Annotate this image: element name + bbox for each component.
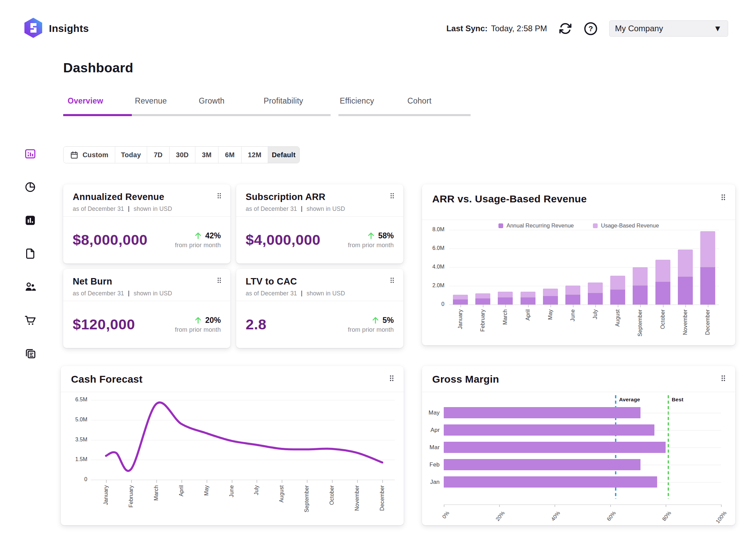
refresh-button[interactable]	[559, 22, 572, 35]
brand: Insights	[24, 17, 89, 40]
x-axis-label: 0%	[441, 510, 450, 519]
drag-handle-icon[interactable]	[389, 375, 394, 383]
bar-february[interactable]	[475, 230, 490, 305]
bar-april[interactable]	[521, 230, 535, 305]
tab-underline-track[interactable]	[338, 114, 471, 116]
range-button-3m[interactable]: 3M	[195, 147, 218, 163]
kpi-value: $8,000,000	[73, 232, 147, 248]
sidebar-item-cart[interactable]	[24, 314, 37, 327]
range-button-default[interactable]: Default	[268, 147, 299, 163]
tab-profitability[interactable]: Profitability	[264, 96, 303, 106]
x-axis-label: 60%	[605, 510, 617, 522]
kpi-subtitle: as of December 31shown in USD	[73, 205, 172, 213]
bar-segment-usage	[610, 276, 625, 290]
divider	[422, 220, 735, 220]
sidebar-item-document[interactable]	[24, 248, 37, 261]
bar-apr[interactable]	[444, 424, 654, 436]
app-logo-icon	[24, 17, 43, 40]
kpi-delta: 20%from prior month	[175, 316, 221, 333]
x-tick	[721, 505, 722, 507]
legend-swatch	[593, 223, 598, 228]
x-axis-label: September	[637, 309, 643, 336]
kpi-subtitle-date: as of December 31	[73, 205, 124, 213]
tab-underline-track[interactable]	[132, 114, 331, 116]
dashboard-icon	[24, 148, 36, 161]
subtitle-separator	[301, 206, 302, 212]
sidebar-item-dashboard[interactable]	[24, 148, 37, 161]
x-axis-label: February	[480, 309, 486, 332]
category-label: Mar	[422, 444, 440, 451]
chart-title: ARR vs. Usage-Based Revenue	[432, 193, 587, 205]
x-axis-label: December	[379, 485, 385, 511]
range-button-today[interactable]: Today	[115, 147, 147, 163]
sidebar-item-pie-chart[interactable]	[24, 181, 37, 194]
chart-title: Cash Forecast	[71, 373, 143, 385]
kpi-delta-note: from prior month	[348, 326, 394, 333]
bar-november[interactable]	[678, 230, 693, 305]
bar-january[interactable]	[453, 230, 468, 305]
tab-overview[interactable]: Overview	[68, 96, 103, 106]
drag-handle-icon[interactable]	[217, 193, 222, 200]
kpi-body: $4,000,00058%from prior month	[246, 216, 394, 263]
drag-handle-icon[interactable]	[217, 277, 222, 285]
bar-segment-arr	[453, 299, 468, 305]
help-button[interactable]: ?	[584, 22, 598, 36]
range-button-custom[interactable]: Custom	[64, 147, 115, 163]
x-axis-label: March	[502, 309, 508, 325]
kpi-delta-percent: 42%	[205, 231, 221, 240]
bar-may[interactable]	[444, 407, 640, 418]
y-axis-label: 8.0M	[422, 226, 444, 233]
drag-handle-icon[interactable]	[721, 375, 726, 383]
bar-october[interactable]	[655, 230, 670, 305]
bar-july[interactable]	[588, 230, 603, 305]
svg-text:?: ?	[588, 24, 593, 33]
help-icon: ?	[584, 22, 598, 36]
tab-cohort[interactable]: Cohort	[407, 96, 432, 106]
tab-growth[interactable]: Growth	[199, 96, 225, 106]
insights-app: Insights Last Sync:Today, 2:58 PM ? My C…	[0, 0, 756, 548]
sidebar-item-report[interactable]	[24, 348, 37, 361]
bar-march[interactable]	[498, 230, 513, 305]
sidebar-item-users[interactable]	[24, 281, 37, 294]
reference-line-label: Average	[619, 397, 640, 403]
bar-segment-arr	[700, 267, 715, 305]
drag-handle-icon[interactable]	[390, 193, 394, 200]
kpi-value: 2.8	[246, 316, 266, 333]
category-label: Apr	[422, 427, 440, 434]
drag-handle-icon[interactable]	[721, 194, 726, 202]
y-axis-label: 0	[422, 301, 444, 307]
bar-may[interactable]	[543, 230, 558, 305]
company-selector[interactable]: My Company ▼	[609, 20, 728, 37]
kpi-body: 2.85%from prior month	[246, 301, 394, 348]
bar-chart-icon	[24, 214, 36, 228]
range-button-6m[interactable]: 6M	[218, 147, 242, 163]
arr-vs-usage-card: ARR vs. Usage-Based Revenue Annual Recur…	[422, 184, 735, 345]
x-axis-label: January	[457, 309, 463, 329]
drag-handle-icon[interactable]	[390, 277, 394, 285]
kpi-delta-percent: 5%	[383, 316, 394, 325]
bar-jan[interactable]	[444, 476, 657, 488]
bar-august[interactable]	[610, 230, 625, 305]
kpi-subtitle: as of December 31shown in USD	[246, 290, 345, 297]
range-button-12m[interactable]: 12M	[242, 147, 268, 163]
range-button-label: 6M	[225, 151, 234, 159]
cash-forecast-card: Cash Forecast 6.5M5.0M3.5M1.5M0JanuaryFe…	[61, 366, 404, 525]
subtitle-separator	[128, 291, 129, 296]
range-button-7d[interactable]: 7D	[147, 147, 170, 163]
sidebar-item-bar-chart[interactable]	[24, 215, 37, 227]
tab-revenue[interactable]: Revenue	[135, 96, 167, 106]
bar-december[interactable]	[700, 230, 715, 305]
last-sync-value: Today, 2:58 PM	[491, 24, 547, 33]
range-button-30d[interactable]: 30D	[170, 147, 195, 163]
y-axis-label: 2.0M	[422, 282, 444, 289]
bar-june[interactable]	[565, 230, 580, 305]
bar-segment-usage	[521, 292, 535, 298]
tab-efficiency[interactable]: Efficiency	[340, 96, 374, 106]
bar-feb[interactable]	[444, 459, 640, 470]
bar-mar[interactable]	[444, 442, 666, 453]
bar-segment-arr	[655, 282, 670, 305]
bar-segment-usage	[565, 286, 580, 295]
report-icon	[24, 347, 36, 361]
kpi-delta: 42%from prior month	[175, 231, 221, 249]
bar-september[interactable]	[633, 230, 648, 305]
